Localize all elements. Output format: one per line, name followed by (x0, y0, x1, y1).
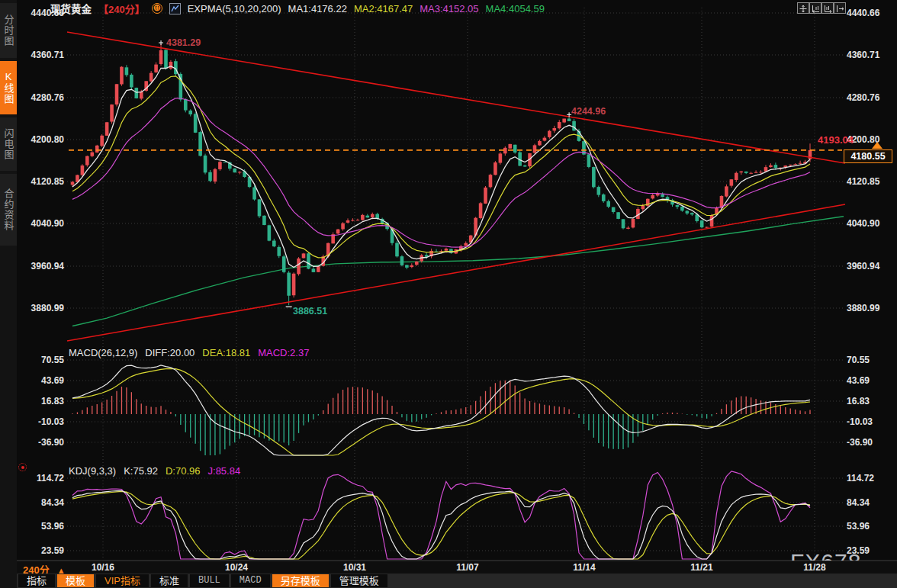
kdj-j-value: J:85.84 (208, 465, 241, 477)
date-label: 10/31 (337, 562, 372, 573)
tab-manage-templates[interactable]: 管理模板 (331, 574, 387, 587)
date-label: 10/16 (85, 562, 121, 573)
axis-label-right: -10.03 (847, 416, 894, 428)
ma1-value: MA1:4176.22 (288, 3, 347, 14)
annotation-peak-high: 4381.29 (166, 37, 201, 48)
date-label: 11/14 (567, 562, 602, 573)
link-icon[interactable]: ⊕ (152, 3, 162, 14)
macd-macd-value: MACD:2.37 (258, 347, 309, 358)
axis-label-right: -36.90 (847, 436, 894, 448)
sidebar-item-flashchart[interactable]: 闪电图 (0, 117, 17, 171)
kdj-title: KDJ(9,3,3) (69, 465, 116, 477)
axis-label-right: 4440.66 (847, 7, 894, 19)
date-label: 10/24 (219, 562, 254, 573)
axis-label-right: 4040.90 (847, 217, 894, 230)
axis-label-right: 4280.76 (847, 92, 894, 104)
axis-label-right: 4200.80 (847, 133, 894, 146)
tab-macd[interactable]: MACD (231, 574, 270, 587)
bottom-toolbar: 指标 模板 VIP指标 标准 BULL MACD 另存模板 管理模板 (17, 574, 897, 588)
annotation-low: 3886.51 (293, 306, 327, 316)
axis-label-right: 4120.85 (847, 175, 894, 188)
sidebar-item-label: K线图 (2, 71, 16, 104)
crosshair-icon[interactable] (797, 2, 809, 14)
axis-label-left: -36.90 (20, 436, 64, 448)
kdj-panel-header: KDJ(9,3,3) K:75.92 D:70.96 J:85.84 (69, 465, 240, 477)
axis-label-right: 23.59 (847, 545, 894, 557)
macd-dea-value: DEA:18.81 (202, 347, 250, 358)
indicator-chart-icon (169, 3, 181, 14)
sidebar-item-contract-info[interactable]: 合约资料 (0, 174, 17, 246)
tab-templates[interactable]: 模板 (57, 574, 94, 587)
scale-left-icon[interactable] (809, 2, 821, 14)
axis-label-left: 43.69 (20, 374, 64, 387)
sidebar-item-timechart[interactable]: 分时图 (0, 3, 17, 58)
date-label: 11/28 (797, 562, 832, 573)
axis-label-right: 43.69 (847, 374, 894, 387)
axis-label-right: 84.34 (847, 496, 894, 509)
kdj-k-value: K:75.92 (124, 465, 158, 477)
axis-label-right: 4360.71 (847, 49, 894, 61)
axis-label-right: 114.72 (847, 472, 894, 484)
axis-label-right: 70.55 (847, 354, 894, 366)
axis-label-left: 23.59 (20, 545, 64, 557)
tab-standard[interactable]: 标准 (151, 574, 188, 587)
axis-label-right: 53.96 (847, 520, 894, 532)
kdj-d-value: D:70.96 (166, 465, 201, 477)
axis-label-left: 4200.80 (20, 133, 64, 146)
axis-label-left: 16.83 (20, 395, 64, 407)
chart-canvas[interactable] (0, 0, 897, 588)
macd-diff-value: DIFF:20.00 (145, 347, 195, 358)
axis-label-left: 84.34 (20, 496, 64, 509)
axis-label-right: 3880.99 (847, 302, 894, 314)
chart-header: 现货黄金 【240分】 ⊕ EXPMA(5,10,20,200) MA1:417… (50, 2, 545, 15)
current-price-box: 4180.55 (844, 149, 892, 163)
pan-right-icon[interactable] (834, 2, 846, 14)
tab-indicators[interactable]: 指标 (18, 574, 55, 587)
price-up-arrow-icon (872, 142, 883, 149)
kdj-settings-icon[interactable] (18, 463, 27, 471)
scale-right-icon[interactable] (821, 2, 834, 14)
sidebar-item-kline[interactable]: K线图 (0, 61, 17, 114)
annotation-last-high: 4193.04 (818, 134, 854, 146)
sidebar-item-label: 合约资料 (2, 188, 16, 231)
date-label: 11/21 (684, 562, 719, 573)
axis-label-left: 3960.94 (20, 260, 64, 272)
sidebar-item-label: 分时图 (2, 14, 16, 47)
axis-label-left: 4040.90 (20, 217, 64, 230)
tab-vip-indicators[interactable]: VIP指标 (96, 574, 149, 587)
axis-label-left: 4120.85 (20, 175, 64, 188)
date-label: 11/07 (450, 562, 485, 573)
ma3-value: MA3:4152.05 (420, 3, 478, 14)
axis-label-left: -10.03 (20, 416, 64, 428)
sidebar-item-label: 闪电图 (2, 128, 16, 160)
annotation-secondary-high: 4244.96 (571, 106, 606, 117)
axis-label-left: 4280.76 (20, 92, 64, 104)
axis-label-left: 3880.99 (20, 302, 64, 314)
macd-title: MACD(26,12,9) (69, 347, 137, 358)
period-tag: 【240分】 (98, 2, 145, 16)
axis-label-left: 114.72 (20, 472, 64, 484)
axis-label-left: 70.55 (20, 354, 64, 366)
trading-app: 分时图 K线图 闪电图 合约资料 现货黄金 【240分】 ⊕ EXPMA(5,1… (0, 0, 897, 588)
tab-bull[interactable]: BULL (190, 574, 229, 587)
tab-save-template[interactable]: 另存模板 (272, 574, 329, 587)
indicator-name: EXPMA(5,10,20,200) (188, 3, 281, 14)
axis-label-right: 3960.94 (847, 260, 894, 272)
symbol-name: 现货黄金 (50, 1, 92, 16)
macd-panel-header: MACD(26,12,9) DIFF:20.00 DEA:18.81 MACD:… (69, 347, 309, 358)
axis-label-left: 53.96 (20, 520, 64, 532)
ma2-value: MA2:4167.47 (354, 3, 413, 14)
ma4-value: MA4:4054.59 (486, 3, 545, 14)
sidebar: 分时图 K线图 闪电图 合约资料 (0, 0, 17, 588)
axis-label-right: 16.83 (847, 395, 894, 407)
axis-label-left: 4360.71 (20, 49, 64, 61)
